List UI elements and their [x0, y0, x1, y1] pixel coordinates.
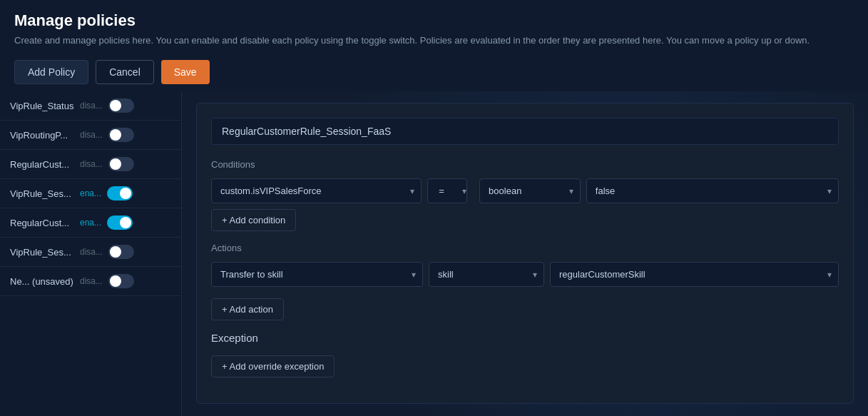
cancel-button[interactable]: Cancel: [96, 60, 154, 84]
toggle-vip-ses-1[interactable]: [107, 186, 133, 201]
condition-operator-wrapper: =: [427, 178, 474, 203]
action-value-wrapper: regularCustomerSkill: [550, 262, 839, 287]
action-type-select[interactable]: Transfer to skill: [211, 262, 423, 287]
sidebar-item-vip-rule-status[interactable]: VipRule_Status disa...: [0, 91, 181, 121]
sidebar-item-name: VipRoutingP...: [10, 130, 74, 141]
policy-editor: Conditions custom.isVIPSalesForce =: [196, 103, 854, 404]
action-row: Transfer to skill skill regularCustomerS…: [211, 262, 839, 287]
conditions-label: Conditions: [211, 159, 839, 170]
action-value-select[interactable]: regularCustomerSkill: [550, 262, 839, 287]
sidebar-item-status: ena...: [80, 218, 101, 228]
add-action-button[interactable]: + Add action: [211, 298, 284, 320]
condition-value-wrapper: false: [586, 178, 839, 203]
sidebar: VipRule_Status disa... VipRoutingP... di…: [0, 91, 182, 416]
toggle-new-unsaved[interactable]: [108, 274, 134, 288]
condition-operator-select[interactable]: =: [427, 178, 467, 203]
main-panel: Conditions custom.isVIPSalesForce =: [182, 91, 868, 416]
sidebar-item-vip-ses-1[interactable]: VipRule_Ses... ena...: [0, 179, 181, 208]
sidebar-item-name: VipRule_Ses...: [10, 247, 74, 258]
toggle-regular-cust-1[interactable]: [108, 157, 134, 171]
condition-attribute-wrapper: custom.isVIPSalesForce: [211, 178, 422, 203]
exception-label: Exception: [211, 332, 839, 344]
sidebar-item-regular-cust-2[interactable]: RegularCust... ena...: [0, 208, 181, 238]
actions-label: Actions: [211, 243, 839, 253]
toggle-vip-ses-2[interactable]: [108, 245, 134, 259]
header: Manage policies Create and manage polici…: [0, 0, 868, 53]
sidebar-item-name: VipRule_Ses...: [10, 188, 74, 199]
action-subtype-wrapper: skill: [429, 262, 544, 287]
sidebar-item-name: Ne... (unsaved): [10, 276, 74, 287]
condition-attribute-select[interactable]: custom.isVIPSalesForce: [211, 178, 422, 203]
sidebar-item-name: RegularCust...: [10, 218, 74, 228]
main-content: VipRule_Status disa... VipRoutingP... di…: [0, 91, 868, 416]
add-condition-button[interactable]: + Add condition: [211, 209, 296, 231]
save-button[interactable]: Save: [161, 60, 210, 84]
page-title: Manage policies: [14, 11, 854, 30]
sidebar-item-status: disa...: [80, 159, 103, 169]
sidebar-item-new-unsaved[interactable]: Ne... (unsaved) disa...: [0, 267, 181, 296]
sidebar-item-regular-cust-1[interactable]: RegularCust... disa...: [0, 150, 181, 179]
policy-name-input[interactable]: [211, 118, 839, 145]
sidebar-item-status: ena...: [80, 188, 101, 198]
sidebar-item-name: RegularCust...: [10, 159, 74, 170]
sidebar-item-status: disa...: [80, 276, 103, 286]
add-policy-button[interactable]: Add Policy: [14, 60, 88, 84]
action-type-wrapper: Transfer to skill: [211, 262, 423, 287]
sidebar-item-status: disa...: [80, 130, 103, 140]
condition-type-select[interactable]: boolean: [479, 178, 581, 203]
add-exception-button[interactable]: + Add override exception: [211, 355, 335, 377]
toolbar: Add Policy Cancel Save: [0, 53, 868, 91]
page-subtitle: Create and manage policies here. You can…: [14, 34, 854, 47]
toggle-vip-rule-status[interactable]: [108, 98, 134, 113]
sidebar-item-vip-routing[interactable]: VipRoutingP... disa...: [0, 121, 181, 150]
condition-type-wrapper: boolean: [479, 178, 581, 203]
sidebar-item-vip-ses-2[interactable]: VipRule_Ses... disa...: [0, 238, 181, 267]
action-subtype-select[interactable]: skill: [429, 262, 544, 287]
condition-value-select[interactable]: false: [586, 178, 839, 203]
toggle-regular-cust-2[interactable]: [107, 215, 133, 230]
sidebar-item-name: VipRule_Status: [10, 101, 74, 111]
sidebar-item-status: disa...: [80, 247, 103, 257]
condition-row: custom.isVIPSalesForce = boo: [211, 178, 839, 203]
toggle-vip-routing[interactable]: [108, 128, 134, 142]
sidebar-item-status: disa...: [80, 101, 103, 111]
